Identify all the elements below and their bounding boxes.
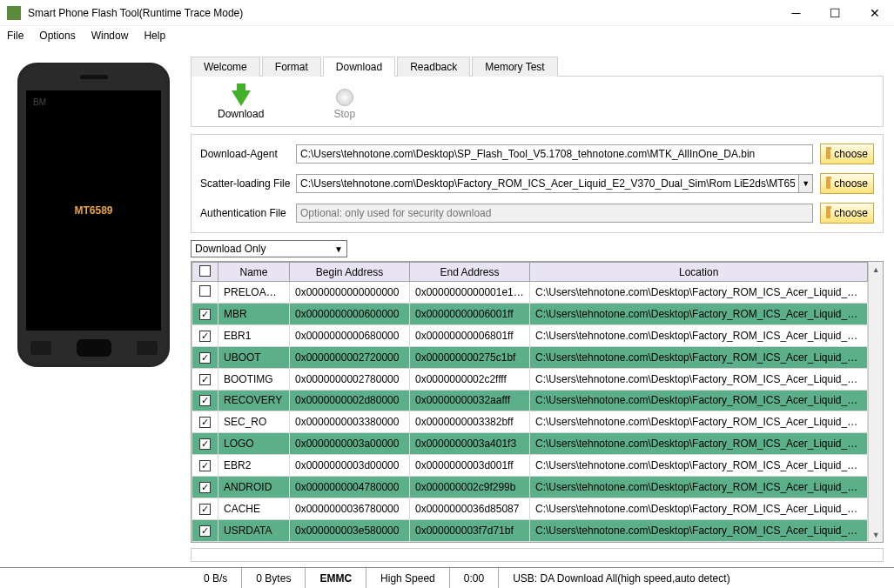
auth-path-input[interactable] <box>296 204 813 223</box>
checkbox[interactable]: ✓ <box>199 482 211 493</box>
download-arrow-icon <box>232 90 251 106</box>
tab-readback[interactable]: Readback <box>397 57 470 77</box>
cell-name: EBR2 <box>218 455 290 477</box>
scatter-choose-button[interactable]: choose <box>820 173 874 194</box>
status-speed: 0 B/s <box>190 568 242 588</box>
cell-end: 0x00000000006801ff <box>410 324 530 346</box>
tab-welcome[interactable]: Welcome <box>191 57 260 77</box>
chevron-down-icon: ▼ <box>334 244 343 254</box>
scatter-label: Scatter-loading File <box>200 177 296 190</box>
download-mode-select[interactable]: Download Only ▼ <box>191 240 347 257</box>
table-row[interactable]: ✓BOOTIMG0x00000000027800000x0000000002c2… <box>192 368 868 390</box>
tab-download[interactable]: Download <box>323 57 395 77</box>
stop-button[interactable]: Stop <box>333 84 355 120</box>
tab-memory-test[interactable]: Memory Test <box>472 57 557 77</box>
checkbox[interactable]: ✓ <box>199 417 211 428</box>
phone-home-icon <box>77 339 111 357</box>
phone-menu-icon <box>30 341 51 355</box>
cell-location: C:\Users\tehnotone.com\Desktop\Factory_R… <box>530 455 868 477</box>
cell-location: C:\Users\tehnotone.com\Desktop\Factory_R… <box>530 303 868 324</box>
checkbox[interactable]: ✓ <box>199 460 211 471</box>
scroll-up-icon[interactable]: ▲ <box>869 262 883 277</box>
table-row[interactable]: ✓SEC_RO0x00000000033800000x0000000003382… <box>192 411 868 433</box>
folder-icon <box>826 209 830 218</box>
menu-help[interactable]: Help <box>144 30 165 42</box>
vertical-scrollbar[interactable]: ▲ ▼ <box>868 262 883 542</box>
cell-location: C:\Users\tehnotone.com\Desktop\Factory_R… <box>530 282 868 304</box>
checkbox[interactable] <box>199 285 211 297</box>
cell-begin: 0x0000000002d80000 <box>290 390 410 411</box>
cell-name: PRELOADER <box>218 282 290 304</box>
partition-table: Name Begin Address End Address Location … <box>191 261 884 543</box>
table-row[interactable]: ✓CACHE0x00000000367800000x0000000036d850… <box>192 498 868 520</box>
checkbox[interactable]: ✓ <box>199 438 211 450</box>
cell-end: 0x0000000036d85087 <box>410 498 530 520</box>
checkbox[interactable]: ✓ <box>199 352 211 364</box>
status-storage: EMMC <box>306 568 366 588</box>
checkbox[interactable]: ✓ <box>199 309 211 320</box>
maximize-button[interactable]: ☐ <box>816 0 855 26</box>
app-icon <box>7 6 21 20</box>
checkbox[interactable]: ✓ <box>199 331 211 342</box>
header-begin[interactable]: Begin Address <box>290 263 410 282</box>
table-row[interactable]: ✓ANDROID0x00000000047800000x000000002c9f… <box>192 477 868 498</box>
scroll-down-icon[interactable]: ▼ <box>869 527 883 542</box>
header-check[interactable] <box>192 263 218 282</box>
table-row[interactable]: ✓LOGO0x0000000003a000000x0000000003a401f… <box>192 433 868 455</box>
cell-end: 0x00000000006001ff <box>410 303 530 324</box>
title-bar: Smart Phone Flash Tool(Runtime Trace Mod… <box>0 0 894 26</box>
checkbox[interactable]: ✓ <box>199 504 211 515</box>
auth-choose-button[interactable]: choose <box>820 203 874 224</box>
checkbox[interactable]: ✓ <box>199 395 211 406</box>
cell-end: 0x00000000032aafff <box>410 390 530 411</box>
menu-bar: File Options Window Help <box>0 26 894 45</box>
close-button[interactable]: ✕ <box>855 0 894 26</box>
checkbox[interactable]: ✓ <box>199 374 211 385</box>
da-choose-button[interactable]: choose <box>820 144 874 164</box>
cell-location: C:\Users\tehnotone.com\Desktop\Factory_R… <box>530 498 868 520</box>
table-row[interactable]: ✓EBR10x00000000006800000x00000000006801f… <box>192 324 868 346</box>
status-bar: 0 B/s 0 Bytes EMMC High Speed 0:00 USB: … <box>0 567 894 588</box>
chevron-down-icon[interactable]: ▼ <box>799 174 813 193</box>
cell-location: C:\Users\tehnotone.com\Desktop\Factory_R… <box>530 411 868 433</box>
cell-begin: 0x0000000002780000 <box>290 368 410 390</box>
cell-end: 0x0000000000001e1cb <box>410 282 530 304</box>
header-name[interactable]: Name <box>218 263 290 282</box>
cell-name: MBR <box>218 303 290 324</box>
cell-location: C:\Users\tehnotone.com\Desktop\Factory_R… <box>530 390 868 411</box>
phone-back-icon <box>137 341 158 355</box>
menu-options[interactable]: Options <box>39 30 75 42</box>
table-row[interactable]: ✓UBOOT0x00000000027200000x000000000275c1… <box>192 346 868 368</box>
header-location[interactable]: Location <box>530 263 868 282</box>
cell-begin: 0x0000000036780000 <box>290 498 410 520</box>
cell-name: BOOTIMG <box>218 368 290 390</box>
checkbox[interactable] <box>199 265 211 277</box>
folder-icon <box>826 179 830 189</box>
progress-bar <box>191 548 884 562</box>
tab-format[interactable]: Format <box>262 57 321 77</box>
cell-location: C:\Users\tehnotone.com\Desktop\Factory_R… <box>530 477 868 498</box>
checkbox[interactable]: ✓ <box>199 525 211 537</box>
cell-end: 0x0000000003d001ff <box>410 455 530 477</box>
cell-location: C:\Users\tehnotone.com\Desktop\Factory_R… <box>530 346 868 368</box>
table-row[interactable]: ✓USRDATA0x000000003e5800000x000000003f7d… <box>192 519 868 541</box>
menu-file[interactable]: File <box>7 30 24 42</box>
folder-icon <box>826 150 830 159</box>
cell-end: 0x0000000003a401f3 <box>410 433 530 455</box>
auth-label: Authentication File <box>200 207 296 219</box>
cell-name: CACHE <box>218 498 290 520</box>
scatter-path-input[interactable] <box>296 174 799 193</box>
table-row[interactable]: ✓EBR20x0000000003d000000x0000000003d001f… <box>192 455 868 477</box>
table-row[interactable]: ✓RECOVERY0x0000000002d800000x00000000032… <box>192 390 868 411</box>
status-usb: USB: DA Download All(high speed,auto det… <box>499 568 894 588</box>
chip-label: MT6589 <box>74 204 112 217</box>
table-row[interactable]: PRELOADER0x00000000000000000x00000000000… <box>192 282 868 304</box>
da-path-input[interactable] <box>296 144 813 164</box>
table-row[interactable]: ✓MBR0x00000000006000000x00000000006001ff… <box>192 303 868 324</box>
cell-begin: 0x0000000003380000 <box>290 411 410 433</box>
minimize-button[interactable]: ─ <box>776 0 816 26</box>
download-button[interactable]: Download <box>218 84 264 120</box>
window-title: Smart Phone Flash Tool(Runtime Trace Mod… <box>28 7 776 19</box>
header-end[interactable]: End Address <box>410 263 530 282</box>
menu-window[interactable]: Window <box>91 30 129 42</box>
